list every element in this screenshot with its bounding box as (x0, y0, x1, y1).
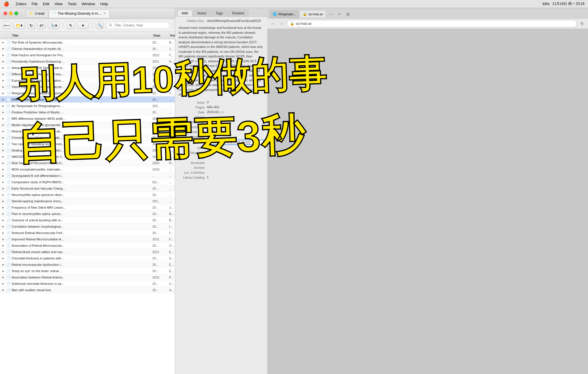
menu-help[interactable]: Help (100, 2, 108, 6)
expand-arrow: ▶ (2, 168, 6, 171)
browser-tab-rhegmato[interactable]: 🌐 Rhegmato... (269, 10, 299, 18)
attachment-button[interactable]: 📎▾ (48, 22, 59, 29)
item-date: ... (152, 174, 169, 177)
item-title: Early Structural and Vascular Chang... (12, 187, 152, 190)
item-title: Comparative study of AQP4-NMOS... (12, 180, 152, 184)
citation-key-label: Citation Key: (179, 19, 205, 23)
item-icon: 📄 (6, 161, 11, 165)
item-date: 201... (152, 123, 169, 127)
tab-notes[interactable]: Notes (193, 10, 211, 16)
item-icon: 📄 (6, 288, 11, 292)
item-icon: 📄 (6, 237, 11, 241)
browser-new-tab[interactable]: ＋ (335, 10, 343, 18)
item-date: 20... (152, 206, 169, 209)
item-icon: 📄 (6, 212, 11, 216)
tab-related[interactable]: Related (228, 10, 248, 16)
item-icon: 📄 (6, 129, 11, 133)
menu-tools[interactable]: Tools (68, 2, 76, 6)
menu-file[interactable]: File (32, 2, 38, 6)
maximize-button[interactable] (14, 12, 18, 15)
expand-arrow: ▶ (2, 92, 6, 95)
browser-toolbar: ← → 🔒 sci-hub.se ↻ (267, 18, 588, 29)
item-icon: 📄 (6, 66, 11, 70)
expand-arrow: ▶ (2, 155, 6, 158)
info-field-label: Short Title (179, 151, 205, 155)
expand-arrow: ▶ (2, 60, 6, 63)
item-icon: 📄 (6, 205, 11, 210)
expand-arrow: ▶ (2, 238, 6, 241)
tab-info[interactable]: Info (177, 10, 192, 16)
menu-window[interactable]: Window (82, 2, 95, 6)
expand-arrow: ▶ (2, 244, 6, 247)
expand-arrow: ▶ (2, 111, 6, 114)
apple-menu[interactable]: 🍎 (3, 1, 9, 7)
item-title: Retinal microvascular dysfunction i... (12, 263, 152, 266)
item-title: Subfoveal choroidal thickness in pa... (12, 282, 152, 285)
tab-close-button[interactable]: ✕ (103, 12, 106, 15)
tab-j-read[interactable]: 📁 J-read (26, 10, 48, 18)
tab-tags[interactable]: Tags (211, 10, 227, 16)
item-date: 20... (152, 244, 169, 247)
item-title: Steroid-sparing maintenance immu... (12, 199, 152, 203)
datetime-display: 11月14日 周一 23:24 (553, 1, 585, 6)
menu-zotero[interactable]: Zotero (16, 2, 27, 6)
item-date: 20... (152, 142, 169, 146)
browser-refresh-btn[interactable]: ↻ (579, 20, 586, 27)
minimize-button[interactable] (9, 12, 13, 15)
expand-arrow: ▶ (2, 263, 6, 266)
edit-dropdown[interactable]: ▾ (77, 22, 89, 29)
browser-window: 🌐 Rhegmato... 🔒 sci-hub.se ⋯ ＋ ⊟ ← → 🔒 s… (267, 8, 588, 374)
menu-view[interactable]: View (55, 2, 63, 6)
menu-edit[interactable]: Edit (43, 2, 49, 6)
info-field-label: Date (179, 110, 205, 114)
expand-arrow: ▶ (2, 41, 6, 44)
item-date: 20... (152, 288, 169, 292)
info-field-row: Series Title (179, 120, 264, 124)
browser-split[interactable]: ⊟ (344, 10, 352, 18)
browser-url-bar[interactable]: 🔒 sci-hub.se (287, 20, 577, 27)
item-icon: 📄 (6, 59, 11, 63)
item-icon: 📄 (6, 72, 11, 76)
item-date: 202... (152, 104, 169, 108)
item-date: 2018 (152, 168, 169, 171)
info-field-label: Series Title (179, 120, 205, 124)
new-item-button[interactable]: 📁▾ (13, 22, 25, 29)
back-button[interactable]: ⟵ (3, 22, 11, 29)
item-title: Differences in morphology and visu... (12, 72, 152, 76)
browser-tab-label-2: sci-hub.se (308, 12, 323, 16)
browser-forward-btn[interactable]: → (278, 20, 285, 27)
info-field-label: Journal Abbr (179, 130, 205, 134)
expand-arrow: ▶ (2, 149, 6, 152)
browser-back-btn[interactable]: ← (269, 20, 276, 27)
tab-missing-diversity[interactable]: 📄 The Missing Diversity in H.... ✕ (49, 10, 110, 18)
item-date: 20... (152, 149, 169, 152)
item-date: 20... (152, 187, 169, 190)
info-field-value[interactable]: 10.1016/j.ophtha.2018.06.022 (207, 140, 264, 145)
date-col-header[interactable]: Date (152, 32, 169, 39)
browser-tab-scihub[interactable]: 🔒 sci-hub.se (299, 10, 326, 18)
item-icon: 📄 (6, 225, 11, 229)
tag-button[interactable]: 🏷 (38, 22, 46, 29)
close-button[interactable] (3, 12, 7, 15)
expand-arrow: ▶ (2, 66, 6, 69)
item-icon: 📄 (6, 174, 11, 178)
edit-button[interactable]: ✎ (67, 22, 75, 29)
menu-bar-right: 69% 11月14日 周一 23:24 (543, 1, 585, 6)
item-icon: 📄 (6, 180, 11, 184)
item-icon: 📄 (6, 256, 11, 260)
browser-more-tabs[interactable]: ⋯ (327, 10, 335, 18)
info-field-row: Series (179, 115, 264, 119)
item-icon: 📄 (6, 136, 11, 140)
item-date: 20... (152, 282, 169, 285)
item-icon: 📄 (6, 53, 11, 57)
sync-button[interactable]: ↻ (27, 22, 35, 29)
search-button[interactable]: 🔍 (96, 22, 104, 29)
title-col-header[interactable]: Title (11, 32, 152, 39)
search-input[interactable] (106, 22, 170, 29)
item-title: Rhegmatogenous Retinal Detachme... (12, 91, 152, 95)
item-title: Dealing with rhegmatogenous retin... (12, 149, 152, 152)
info-field-row: ISSN 1549-4713 (179, 146, 264, 150)
info-field-label: Pages (179, 105, 205, 109)
expand-arrow: ▶ (2, 162, 6, 164)
item-title: Persistently Gadolinium-Enhancing ... (12, 60, 152, 63)
